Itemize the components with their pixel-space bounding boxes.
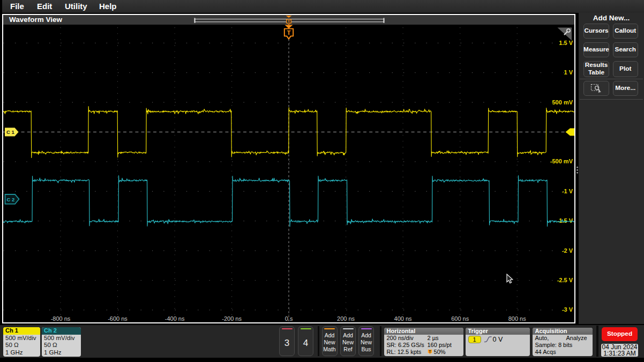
svg-text:-200 ns: -200 ns bbox=[222, 315, 242, 322]
svg-text:1.5 V: 1.5 V bbox=[559, 40, 573, 46]
svg-text:800 ns: 800 ns bbox=[508, 315, 527, 322]
svg-text:500 mV: 500 mV bbox=[552, 99, 573, 105]
svg-text:1 V: 1 V bbox=[564, 69, 573, 76]
svg-text:-3 V: -3 V bbox=[562, 306, 573, 313]
svg-text:-800 ns: -800 ns bbox=[51, 315, 71, 322]
svg-text:-600 ns: -600 ns bbox=[108, 315, 128, 322]
svg-text:400 ns: 400 ns bbox=[394, 315, 413, 322]
svg-text:C 1: C 1 bbox=[6, 129, 15, 135]
svg-text:T: T bbox=[429, 350, 431, 353]
svg-text:200 ns: 200 ns bbox=[337, 315, 355, 322]
svg-text:600 ns: 600 ns bbox=[451, 315, 469, 322]
svg-text:-400 ns: -400 ns bbox=[165, 315, 185, 322]
svg-text:-500 mV: -500 mV bbox=[550, 158, 573, 164]
svg-text:-2.5 V: -2.5 V bbox=[557, 277, 573, 283]
svg-text:C 2: C 2 bbox=[7, 197, 15, 202]
svg-text:-2 V: -2 V bbox=[562, 247, 573, 254]
svg-text:T: T bbox=[288, 19, 290, 24]
svg-text:-1.5 V: -1.5 V bbox=[557, 217, 573, 224]
svg-text:T: T bbox=[287, 29, 291, 36]
svg-text:-1 V: -1 V bbox=[562, 188, 573, 194]
